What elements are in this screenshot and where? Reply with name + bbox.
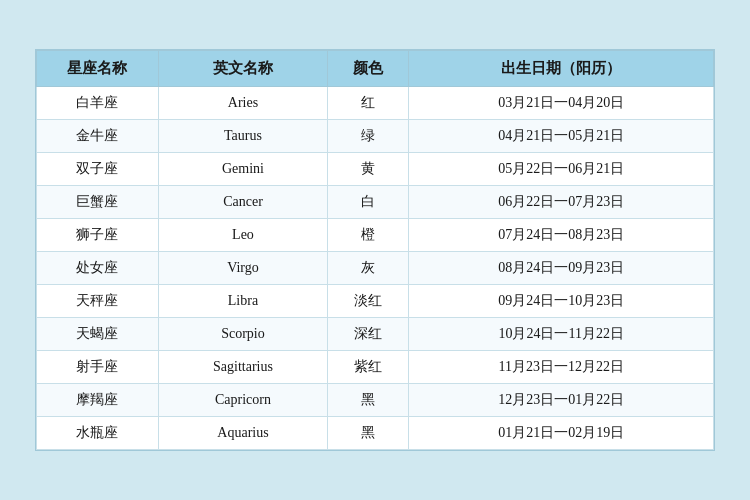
cell-date: 03月21日一04月20日	[409, 87, 714, 120]
cell-color: 深红	[328, 318, 409, 351]
cell-color: 紫红	[328, 351, 409, 384]
cell-date: 09月24日一10月23日	[409, 285, 714, 318]
header-en: 英文名称	[158, 51, 327, 87]
table-row: 金牛座Taurus绿04月21日一05月21日	[37, 120, 714, 153]
cell-color: 橙	[328, 219, 409, 252]
cell-en: Capricorn	[158, 384, 327, 417]
zodiac-table: 星座名称 英文名称 颜色 出生日期（阳历） 白羊座Aries红03月21日一04…	[36, 50, 714, 450]
cell-en: Leo	[158, 219, 327, 252]
table-row: 射手座Sagittarius紫红11月23日一12月22日	[37, 351, 714, 384]
cell-zh: 白羊座	[37, 87, 159, 120]
cell-zh: 双子座	[37, 153, 159, 186]
table-row: 巨蟹座Cancer白06月22日一07月23日	[37, 186, 714, 219]
cell-zh: 射手座	[37, 351, 159, 384]
cell-date: 05月22日一06月21日	[409, 153, 714, 186]
cell-en: Libra	[158, 285, 327, 318]
header-date: 出生日期（阳历）	[409, 51, 714, 87]
cell-date: 01月21日一02月19日	[409, 417, 714, 450]
cell-color: 黑	[328, 384, 409, 417]
table-row: 处女座Virgo灰08月24日一09月23日	[37, 252, 714, 285]
table-body: 白羊座Aries红03月21日一04月20日金牛座Taurus绿04月21日一0…	[37, 87, 714, 450]
cell-en: Virgo	[158, 252, 327, 285]
cell-zh: 摩羯座	[37, 384, 159, 417]
cell-en: Sagittarius	[158, 351, 327, 384]
table-row: 天蝎座Scorpio深红10月24日一11月22日	[37, 318, 714, 351]
cell-zh: 天蝎座	[37, 318, 159, 351]
cell-date: 11月23日一12月22日	[409, 351, 714, 384]
table-row: 水瓶座Aquarius黑01月21日一02月19日	[37, 417, 714, 450]
cell-date: 08月24日一09月23日	[409, 252, 714, 285]
table-row: 白羊座Aries红03月21日一04月20日	[37, 87, 714, 120]
cell-date: 06月22日一07月23日	[409, 186, 714, 219]
cell-en: Taurus	[158, 120, 327, 153]
table-row: 狮子座Leo橙07月24日一08月23日	[37, 219, 714, 252]
cell-date: 12月23日一01月22日	[409, 384, 714, 417]
cell-date: 07月24日一08月23日	[409, 219, 714, 252]
cell-en: Scorpio	[158, 318, 327, 351]
cell-zh: 金牛座	[37, 120, 159, 153]
cell-color: 白	[328, 186, 409, 219]
cell-date: 10月24日一11月22日	[409, 318, 714, 351]
cell-zh: 处女座	[37, 252, 159, 285]
cell-en: Aquarius	[158, 417, 327, 450]
cell-color: 灰	[328, 252, 409, 285]
table-row: 摩羯座Capricorn黑12月23日一01月22日	[37, 384, 714, 417]
cell-color: 淡红	[328, 285, 409, 318]
cell-color: 黄	[328, 153, 409, 186]
table-header-row: 星座名称 英文名称 颜色 出生日期（阳历）	[37, 51, 714, 87]
cell-color: 黑	[328, 417, 409, 450]
cell-zh: 巨蟹座	[37, 186, 159, 219]
cell-en: Aries	[158, 87, 327, 120]
cell-date: 04月21日一05月21日	[409, 120, 714, 153]
cell-zh: 狮子座	[37, 219, 159, 252]
cell-color: 绿	[328, 120, 409, 153]
header-color: 颜色	[328, 51, 409, 87]
table-row: 天秤座Libra淡红09月24日一10月23日	[37, 285, 714, 318]
zodiac-table-container: 星座名称 英文名称 颜色 出生日期（阳历） 白羊座Aries红03月21日一04…	[35, 49, 715, 451]
cell-color: 红	[328, 87, 409, 120]
header-zh: 星座名称	[37, 51, 159, 87]
cell-en: Gemini	[158, 153, 327, 186]
cell-zh: 天秤座	[37, 285, 159, 318]
cell-zh: 水瓶座	[37, 417, 159, 450]
table-row: 双子座Gemini黄05月22日一06月21日	[37, 153, 714, 186]
cell-en: Cancer	[158, 186, 327, 219]
